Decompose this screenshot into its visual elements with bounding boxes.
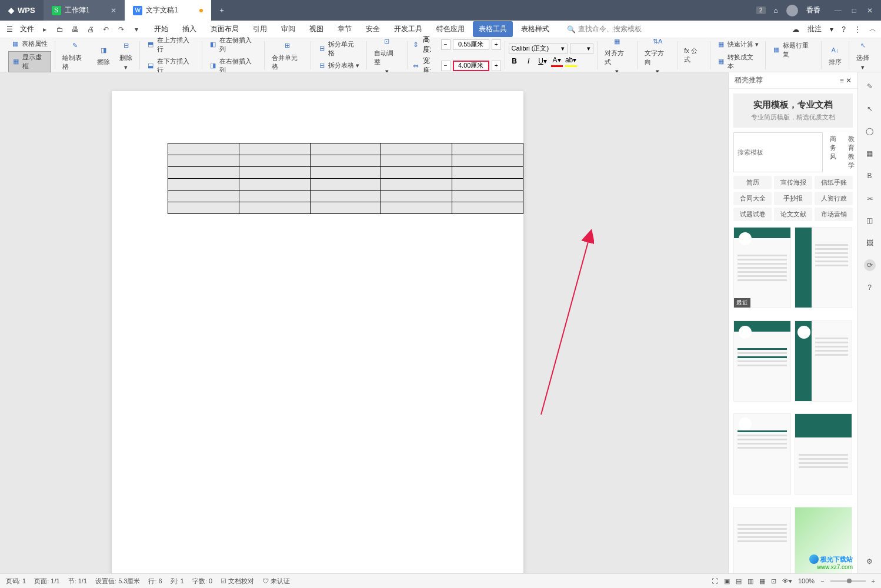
save-icon[interactable]: 🖶 [71, 25, 80, 34]
dropdown-icon[interactable]: ▾ [830, 25, 833, 34]
tag-contract[interactable]: 合同大全 [733, 192, 772, 205]
font-select[interactable]: Calibri (正文)▾ [509, 44, 568, 54]
fit-icon[interactable]: ▣ [724, 577, 730, 585]
share-icon[interactable]: ⋮ [854, 25, 861, 34]
undo-icon[interactable]: ↶ [101, 25, 111, 34]
italic-button[interactable]: I [523, 55, 535, 67]
command-search[interactable]: 🔍 查找命令、搜索模板 [567, 24, 642, 34]
template-card[interactable] [733, 413, 791, 495]
gift-icon[interactable]: ⌂ [774, 6, 778, 15]
cursor-icon[interactable]: ↖ [864, 103, 876, 115]
merge-cells-button[interactable]: ⊞合并单元格 [268, 38, 308, 72]
tag-letter[interactable]: 信纸手账 [815, 176, 853, 189]
bold-button[interactable]: B [509, 55, 520, 67]
zoom-out-icon[interactable]: − [820, 577, 824, 584]
template-card[interactable] [795, 413, 852, 495]
web-view-icon[interactable]: ▥ [747, 577, 753, 585]
tag-poster[interactable]: 宣传海报 [774, 176, 812, 189]
annotate-button[interactable]: 批注 [807, 24, 822, 34]
chip-education[interactable]: 教育教学 [843, 132, 859, 172]
fullscreen-icon[interactable]: ⛶ [712, 577, 718, 584]
refresh-icon[interactable]: ⟳ [864, 259, 876, 271]
share-icon[interactable]: ⫘ [864, 192, 876, 204]
template-card[interactable]: 最近 [733, 227, 791, 308]
width-input[interactable] [453, 61, 489, 71]
tag-marketing[interactable]: 市场营销 [815, 208, 853, 221]
highlight-button[interactable]: ab▾ [565, 55, 577, 67]
chip-business[interactable]: 商务风 [825, 132, 841, 172]
eraser-button[interactable]: ◨擦除 [94, 42, 114, 68]
help-icon[interactable]: ? [842, 25, 846, 34]
font-size-select[interactable]: ▾ [570, 44, 593, 54]
insert-left-button[interactable]: ◧在左侧插入列 [206, 35, 261, 55]
avatar[interactable] [786, 5, 798, 16]
formula-button[interactable]: fx 公式 [682, 45, 706, 65]
page[interactable] [112, 91, 523, 573]
grid-icon[interactable]: ▦ [864, 148, 876, 159]
open-icon[interactable]: 🗀 [55, 25, 65, 34]
eye-icon[interactable]: 👁▾ [782, 577, 792, 585]
zoom-slider[interactable] [830, 580, 866, 582]
zoom-in-icon[interactable]: + [872, 577, 875, 584]
document-table[interactable] [168, 143, 523, 214]
template-search-input[interactable] [733, 132, 823, 172]
tab-workbook[interactable]: S 工作簿1 ✕ [44, 0, 125, 21]
collapse-icon[interactable]: ︿ [869, 24, 876, 34]
table-properties-button[interactable]: ▦表格属性 [8, 38, 51, 50]
settings-icon[interactable]: ⚙ [864, 556, 876, 567]
reading-view-icon[interactable]: ⊡ [771, 577, 776, 585]
tab-view[interactable]: 视图 [303, 21, 329, 37]
width-increase-button[interactable]: + [492, 61, 501, 71]
draw-table-button[interactable]: ✎绘制表格 [59, 38, 92, 72]
redo-icon[interactable]: ↷ [116, 25, 126, 34]
split-cells-button[interactable]: ⊟拆分单元格 [315, 39, 363, 59]
header-repeat-button[interactable]: ▦标题行重复 [769, 40, 817, 60]
panel-close-icon[interactable]: ✕ [846, 76, 852, 85]
print-icon[interactable]: 🖨 [86, 25, 95, 34]
auto-adjust-button[interactable]: ⊡自动调整▾ [371, 34, 403, 76]
tag-handwrite[interactable]: 手抄报 [774, 192, 812, 205]
tab-document[interactable]: W 文字文稿1 [125, 0, 211, 21]
close-icon[interactable]: ✕ [111, 6, 116, 15]
underline-button[interactable]: U▾ [537, 55, 549, 67]
template-card[interactable] [733, 320, 791, 402]
template-card[interactable] [795, 227, 852, 308]
doccheck-button[interactable]: ☑ 文档校对 [221, 577, 254, 586]
help-icon[interactable]: ? [864, 282, 876, 293]
zoom-level[interactable]: 100% [798, 577, 815, 584]
split-table-button[interactable]: ⊟拆分表格▾ [315, 60, 363, 72]
quick-calc-button[interactable]: ▦快速计算▾ [714, 39, 762, 51]
tab-table-style[interactable]: 表格样式 [515, 21, 555, 37]
pencil-icon[interactable]: ✎ [864, 81, 876, 92]
convert-text-button[interactable]: ▦转换成文本 [714, 52, 762, 72]
tag-hr[interactable]: 人资行政 [815, 192, 853, 205]
font-color-button[interactable]: A▾ [551, 55, 563, 67]
bold-icon[interactable]: B [864, 170, 876, 182]
minimize-icon[interactable]: — [835, 6, 842, 15]
show-gridlines-button[interactable]: ▦显示虚框 [8, 51, 51, 72]
height-input[interactable] [453, 39, 489, 50]
notification-badge[interactable]: 2 [756, 6, 766, 14]
page-view-icon[interactable]: ▤ [736, 577, 742, 585]
layers-icon[interactable]: ◫ [864, 215, 876, 226]
file-menu[interactable]: 文件 [20, 24, 34, 34]
dropdown-icon[interactable]: ▾ [132, 25, 141, 34]
insert-above-button[interactable]: ⬒在上方插入行 [144, 35, 198, 55]
delete-button[interactable]: ⊟删除▾ [116, 38, 136, 72]
new-icon[interactable]: ▸ [40, 25, 49, 34]
tab-section[interactable]: 章节 [332, 21, 358, 37]
close-window-icon[interactable]: ✕ [867, 6, 873, 15]
tag-resume[interactable]: 简历 [733, 176, 772, 189]
outline-view-icon[interactable]: ▦ [759, 577, 765, 585]
panel-menu-icon[interactable]: ≡ [840, 76, 844, 85]
template-card[interactable] [795, 320, 852, 402]
alignment-button[interactable]: ▦对齐方式▾ [601, 34, 634, 76]
height-decrease-button[interactable]: − [441, 39, 450, 50]
tab-review[interactable]: 审阅 [275, 21, 301, 37]
image-icon[interactable]: 🖼 [864, 237, 876, 249]
width-decrease-button[interactable]: − [441, 61, 450, 71]
menu-icon[interactable]: ☰ [5, 25, 14, 34]
text-direction-button[interactable]: ⇅A文字方向▾ [641, 34, 674, 76]
unauth-button[interactable]: 🛡 未认证 [262, 577, 290, 586]
cloud-icon[interactable]: ☁ [792, 25, 799, 34]
